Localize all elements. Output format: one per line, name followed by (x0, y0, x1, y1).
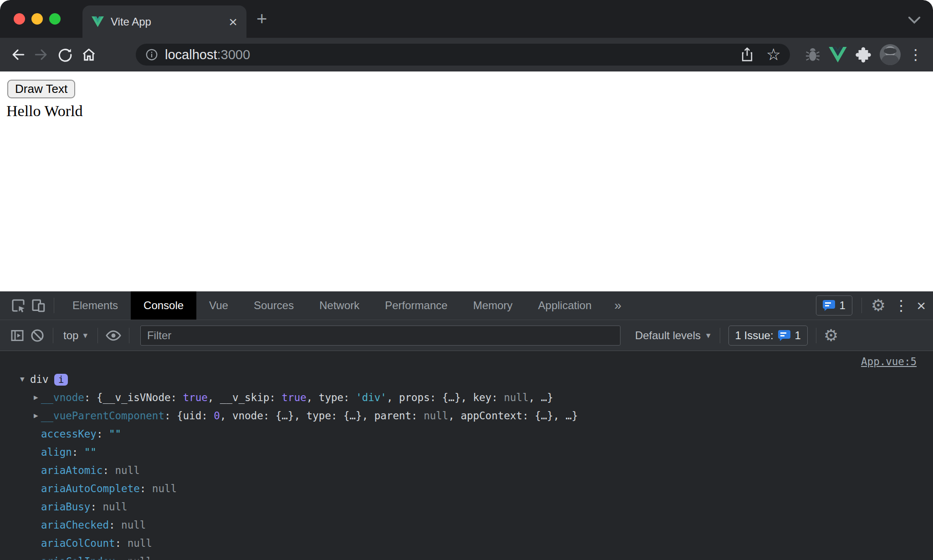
console-token: accessKey (41, 428, 97, 440)
inspect-element-icon[interactable] (8, 295, 28, 316)
browser-window: Vite App × + (0, 0, 933, 560)
tab-elements[interactable]: Elements (60, 291, 131, 320)
devtools-settings-gear-icon[interactable]: ⚙ (871, 297, 886, 314)
vue-favicon-icon (92, 16, 104, 27)
console-token: align (41, 446, 72, 458)
console-line[interactable]: ▼divi (0, 370, 933, 388)
tab-network[interactable]: Network (307, 291, 372, 320)
bookmark-star-icon[interactable]: ☆ (766, 46, 781, 63)
console-lines: ▼divi▶__vnode: {__v_isVNode: true, __v_s… (0, 370, 933, 560)
page-content: Draw Text Hello World (0, 71, 933, 291)
disclosure-arrow-icon[interactable]: ▼ (20, 370, 25, 388)
console-line: ariaChecked: null (0, 516, 933, 534)
bug-extension-icon[interactable] (805, 46, 821, 64)
profile-avatar[interactable] (880, 44, 901, 65)
message-bubble-icon (823, 300, 835, 311)
console-token: : (115, 537, 128, 549)
disclosure-arrow-icon[interactable]: ▶ (34, 388, 38, 407)
console-token: : {uid: (164, 410, 214, 422)
context-label: top (63, 329, 78, 342)
browser-menu-kebab-icon[interactable]: ⋮ (908, 47, 923, 62)
console-token: , vnode: {…}, type: {…}, parent: (220, 410, 424, 422)
console-token: : (90, 501, 103, 513)
console-token: ariaChecked (41, 519, 109, 531)
devtools-close-icon[interactable]: × (917, 298, 926, 313)
clear-console-icon[interactable] (27, 326, 47, 346)
console-token: : (140, 483, 152, 494)
console-token: "" (109, 428, 121, 440)
maximize-window-button[interactable] (49, 13, 61, 25)
home-button[interactable] (81, 47, 97, 62)
console-token: : (97, 428, 109, 440)
tab-memory[interactable]: Memory (460, 291, 525, 320)
console-token: : (103, 464, 115, 476)
live-expression-eye-icon[interactable] (103, 326, 123, 346)
console-line[interactable]: ▶__vueParentComponent: {uid: 0, vnode: {… (0, 407, 933, 425)
reload-button[interactable] (57, 47, 73, 62)
new-tab-button[interactable]: + (256, 10, 267, 28)
console-token: , __v_skip: (208, 392, 282, 403)
forward-button[interactable] (34, 47, 49, 62)
tab-performance[interactable]: Performance (372, 291, 460, 320)
console-token: null (128, 555, 152, 560)
draw-text-button[interactable]: Draw Text (7, 80, 75, 98)
console-token: __vueParentComponent (41, 410, 164, 422)
vue-devtools-extension-icon[interactable] (829, 47, 847, 63)
tab-title: Vite App (111, 15, 229, 28)
console-filter-input[interactable] (140, 326, 620, 346)
issue-bubble-icon (778, 330, 790, 341)
browser-tab[interactable]: Vite App × (82, 5, 246, 38)
minimize-window-button[interactable] (31, 13, 43, 25)
console-line: ariaAutoComplete: null (0, 479, 933, 498)
tab-application[interactable]: Application (525, 291, 604, 320)
console-token: : (109, 519, 121, 531)
address-bar[interactable]: localhost:3000 ☆ (136, 44, 790, 66)
site-info-icon[interactable] (145, 48, 159, 61)
console-sidebar-toggle-icon[interactable] (7, 326, 27, 346)
console-token: ariaColIndex (41, 555, 115, 560)
console-token: , appContext: {…}, …} (448, 410, 578, 422)
share-icon[interactable] (740, 47, 754, 62)
console-token: , props: {…}, key: (387, 392, 504, 403)
console-token: 0 (214, 410, 220, 422)
log-levels-dropdown[interactable]: Default levels ▾ (631, 329, 714, 342)
more-tabs-chevron[interactable]: » (604, 291, 631, 320)
source-link[interactable]: App.vue:5 (861, 356, 917, 367)
extensions-puzzle-icon[interactable] (855, 46, 872, 63)
console-line: accessKey: "" (0, 425, 933, 443)
console-token: null (152, 483, 177, 494)
context-selector[interactable]: top ▾ (59, 329, 92, 342)
chevron-down-icon: ▾ (83, 330, 87, 341)
tab-console[interactable]: Console (131, 291, 196, 320)
console-toolbar: top ▾ Default levels ▾ 1 Issue: 1 (0, 320, 933, 351)
issues-button[interactable]: 1 Issue: 1 (728, 326, 808, 346)
console-line: ariaColCount: null (0, 534, 933, 552)
window-controls (0, 13, 61, 38)
issue-label: 1 Issue: (735, 329, 774, 342)
extensions-area: ⋮ (805, 44, 923, 65)
console-settings-gear-icon[interactable]: ⚙ (824, 327, 838, 344)
devtools-tabs: Elements Console Vue Sources Network Per… (60, 291, 631, 320)
disclosure-arrow-icon[interactable]: ▶ (34, 407, 38, 425)
console-token: div (30, 373, 49, 385)
console-token: true (183, 392, 208, 403)
back-button[interactable] (10, 47, 26, 62)
hello-world-text: Hello World (6, 102, 933, 120)
tab-sources[interactable]: Sources (241, 291, 307, 320)
close-window-button[interactable] (14, 13, 25, 25)
console-line[interactable]: ▶__vnode: {__v_isVNode: true, __v_skip: … (0, 388, 933, 407)
tab-vue[interactable]: Vue (196, 291, 241, 320)
console-token: true (282, 392, 306, 403)
tab-search-chevron-icon[interactable] (907, 15, 922, 25)
devtools-panel: Elements Console Vue Sources Network Per… (0, 291, 933, 560)
tab-strip: Vite App × + (0, 0, 933, 38)
console-token: ariaAutoComplete (41, 483, 140, 494)
console-token: , …} (528, 392, 553, 403)
console-token: null (103, 501, 127, 513)
devtools-menu-kebab-icon[interactable]: ⋮ (894, 298, 908, 313)
console-token: null (115, 464, 140, 476)
console-line: align: "" (0, 443, 933, 461)
tab-close-icon[interactable]: × (229, 15, 237, 29)
device-toolbar-icon[interactable] (28, 295, 48, 316)
console-messages-button[interactable]: 1 (816, 295, 852, 316)
